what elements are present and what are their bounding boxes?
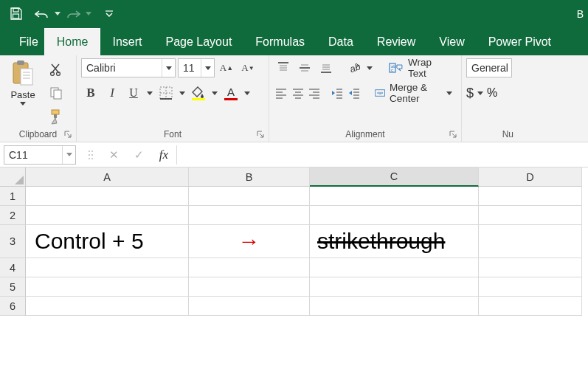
name-box-dropdown[interactable] [62,146,75,164]
paste-dropdown-icon[interactable] [20,102,26,106]
align-center-button[interactable] [291,83,305,103]
tab-formulas[interactable]: Formulas [243,29,317,55]
merge-center-button[interactable]: a Merge & Center [370,83,457,103]
col-header-C[interactable]: C [310,167,479,187]
tab-view[interactable]: View [427,29,476,55]
tab-data[interactable]: Data [317,29,365,55]
cell-D1[interactable] [479,187,582,206]
cell-A5[interactable] [26,277,189,297]
accounting-dropdown[interactable] [476,83,485,103]
col-header-B[interactable]: B [189,167,310,187]
cell-D4[interactable] [479,258,582,277]
font-color-dropdown[interactable] [243,83,252,103]
align-middle-button[interactable] [295,58,314,77]
fill-color-dropdown[interactable] [210,83,219,103]
tab-power-pivot[interactable]: Power Pivot [477,29,563,55]
col-header-D[interactable]: D [479,167,582,187]
align-bottom-button[interactable] [317,58,336,77]
insert-function-button[interactable]: fx [151,145,176,165]
row-header-3[interactable]: 3 [0,225,26,258]
cell-B6[interactable] [189,297,310,316]
cell-B2[interactable] [189,206,310,225]
redo-dropdown [84,4,93,24]
cell-C2[interactable] [310,206,479,225]
wrap-text-button[interactable]: abc Wrap Text [384,58,457,77]
group-font-caption: Font [81,127,264,142]
svg-point-63 [89,158,90,159]
save-icon[interactable] [6,4,25,24]
increase-indent-button[interactable] [347,83,362,103]
font-name-combo[interactable]: Calibri [81,58,176,77]
undo-dropdown[interactable] [53,4,62,24]
border-button[interactable] [156,83,176,103]
cell-A6[interactable] [26,297,189,316]
percent-format-button[interactable]: % [487,83,497,103]
tab-review[interactable]: Review [365,29,427,55]
format-painter-button[interactable] [44,107,68,126]
number-format-combo[interactable]: General [466,58,512,77]
cut-button[interactable] [44,60,68,79]
cell-C1[interactable] [310,187,479,206]
font-color-button[interactable]: A [221,83,241,103]
cell-B5[interactable] [189,277,310,297]
cell-C5[interactable] [310,277,479,297]
svg-rect-19 [192,98,205,100]
col-header-A[interactable]: A [26,167,189,187]
row-header-2[interactable]: 2 [0,206,26,225]
accounting-format-button[interactable]: $ [466,83,474,103]
tab-home[interactable]: Home [44,28,101,55]
cell-A2[interactable] [26,206,189,225]
cell-A1[interactable] [26,187,189,206]
row-header-4[interactable]: 4 [0,258,26,277]
orientation-button[interactable]: ab [345,58,364,77]
tab-file[interactable]: File [13,29,44,55]
cell-B3[interactable]: → [189,225,310,258]
orientation-dropdown[interactable] [365,58,374,77]
row-header-5[interactable]: 5 [0,277,26,297]
undo-icon[interactable] [32,4,52,24]
font-launcher[interactable] [255,129,266,139]
tab-insert[interactable]: Insert [100,29,153,55]
underline-button[interactable]: U [124,83,143,103]
svg-point-59 [89,151,90,152]
formula-input[interactable] [176,145,588,165]
group-clipboard-caption: Clipboard [4,127,72,142]
decrease-font-button[interactable]: A▼ [238,58,257,77]
font-size-combo[interactable]: 11 [178,58,215,77]
cell-C3[interactable]: strikethrough [310,225,479,258]
cell-B4[interactable] [189,258,310,277]
cell-D5[interactable] [479,277,582,297]
decrease-indent-button[interactable] [330,83,345,103]
cell-A4[interactable] [26,258,189,277]
cell-B1[interactable] [189,187,310,206]
copy-button[interactable] [44,83,68,103]
paste-button[interactable]: Paste [4,58,41,127]
row-header-1[interactable]: 1 [0,187,26,206]
increase-font-button[interactable]: A▲ [217,58,236,77]
italic-button[interactable]: I [103,83,122,103]
row-header-6[interactable]: 6 [0,297,26,316]
bold-button[interactable]: B [81,83,100,103]
clipboard-launcher[interactable] [63,129,73,139]
wrap-text-label: Wrap Text [408,57,452,79]
cell-C6[interactable] [310,297,479,316]
document-title: B [577,8,588,20]
tab-page-layout[interactable]: Page Layout [153,29,243,55]
align-top-button[interactable] [274,58,293,77]
cell-C4[interactable] [310,258,479,277]
alignment-launcher[interactable] [448,129,458,139]
select-all-button[interactable] [0,167,26,187]
cell-D6[interactable] [479,297,582,316]
fill-color-button[interactable] [189,83,208,103]
align-left-button[interactable] [274,83,288,103]
number-format-value: General [467,62,511,74]
cell-A3[interactable]: Control + 5 [26,225,189,258]
border-dropdown[interactable] [178,83,187,103]
cell-D2[interactable] [479,206,582,225]
underline-dropdown[interactable] [145,83,154,103]
align-right-button[interactable] [308,83,322,103]
cell-D3[interactable] [479,225,582,258]
paste-label: Paste [10,89,35,100]
qat-customize[interactable] [100,4,118,24]
name-box[interactable]: C11 [4,145,76,165]
